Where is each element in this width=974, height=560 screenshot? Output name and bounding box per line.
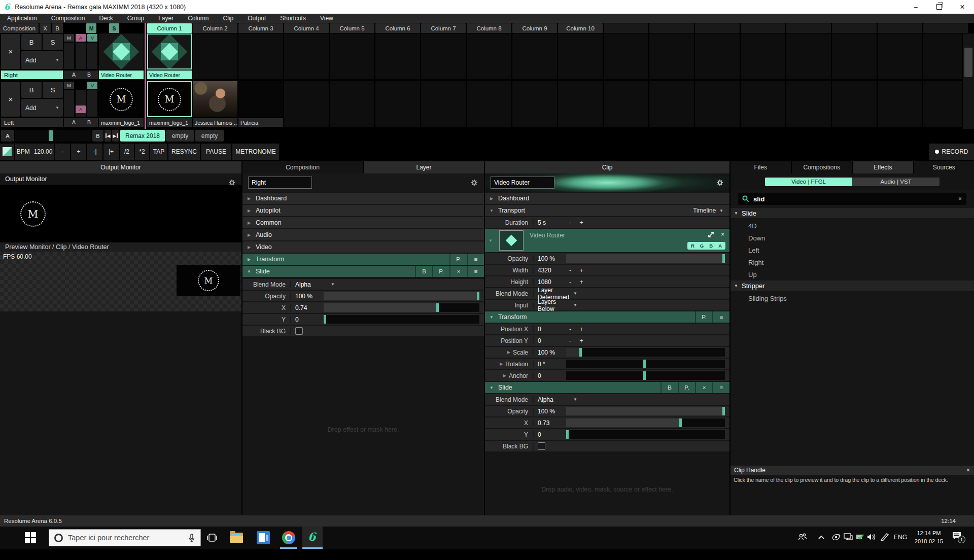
effect-item-right[interactable]: Right <box>730 256 974 268</box>
deck-tab-empty-1[interactable]: empty <box>166 130 194 142</box>
empty-clip-slot[interactable] <box>878 81 922 127</box>
param-slider[interactable] <box>324 303 479 312</box>
param-panel-button[interactable]: P. <box>678 382 695 393</box>
clip-thumbnail[interactable] <box>147 33 192 69</box>
menu-item-composition[interactable]: Composition <box>44 15 92 22</box>
empty-clip-slot[interactable] <box>238 33 283 79</box>
clip-cell-maximm-logo-1[interactable]: Mmaximm_logo_1 <box>147 81 192 127</box>
layer-bypass-button[interactable]: B <box>21 34 42 50</box>
effect-group-stripper[interactable]: ▼Stripper <box>730 281 974 291</box>
record-button[interactable]: RECORD <box>929 144 974 160</box>
menu-item-layer[interactable]: Layer <box>151 15 181 22</box>
chevron-right-icon[interactable]: ▶ <box>242 233 256 237</box>
layer-solo-button[interactable]: S <box>43 34 63 50</box>
empty-clip-slot[interactable] <box>375 81 420 127</box>
wireless-display-icon[interactable] <box>831 533 841 542</box>
tab-sources[interactable]: Sources <box>914 161 974 173</box>
rgba-channel-buttons[interactable]: RGBA <box>687 242 725 250</box>
param-value[interactable]: Alpha <box>534 396 566 403</box>
channel-g[interactable]: G <box>700 243 704 249</box>
composition-cell[interactable]: Composition <box>0 23 39 33</box>
slider-handle[interactable] <box>436 303 439 312</box>
chevron-down-icon[interactable]: ▼ <box>485 386 498 390</box>
chevron-right-icon[interactable]: ▶ <box>485 196 498 201</box>
menu-item-deck[interactable]: Deck <box>92 15 120 22</box>
remove-button[interactable]: × <box>449 266 467 277</box>
composition-x-button[interactable]: X <box>40 23 51 33</box>
column-header-3[interactable]: Column 3 <box>238 23 283 33</box>
chevron-down-icon[interactable]: ▼ <box>485 208 498 213</box>
chevron-up-icon[interactable] <box>818 535 825 540</box>
empty-clip-slot[interactable] <box>284 33 329 79</box>
layer-ab-cell[interactable]: AB <box>64 118 98 127</box>
empty-clip-slot[interactable] <box>741 81 785 127</box>
restore-button[interactable] <box>927 0 951 14</box>
deck-tab-empty-2[interactable]: empty <box>195 130 224 142</box>
chevron-down-icon[interactable]: ▼ <box>242 269 256 274</box>
clip-name-label[interactable]: Patricia <box>238 118 283 127</box>
param-slider[interactable] <box>566 360 725 368</box>
bpm-button-[interactable]: - <box>55 144 70 160</box>
checkbox[interactable] <box>538 442 545 450</box>
layer-m-toggle[interactable]: M <box>64 34 74 42</box>
clip-name-label[interactable]: Video Router <box>147 71 192 79</box>
param-value[interactable]: 0 ° <box>534 361 566 368</box>
column-header-5[interactable]: Column 5 <box>330 23 374 33</box>
section-dashboard[interactable]: ▶Dashboard <box>242 193 484 204</box>
composition-bypass-button[interactable]: B <box>52 23 63 33</box>
section-transform[interactable]: ▼TransformP.≡ <box>485 311 729 323</box>
menu-button[interactable]: ≡ <box>467 266 484 277</box>
gear-icon[interactable] <box>716 179 723 186</box>
param-panel-button[interactable]: P. <box>695 311 712 323</box>
tab-output-monitor[interactable]: Output Monitor <box>0 161 241 173</box>
section-slide[interactable]: ▼SlideBP.×≡ <box>242 266 484 277</box>
layer-v-toggle[interactable]: V <box>87 82 97 89</box>
empty-clip-slot[interactable] <box>467 33 511 79</box>
scrollbar-thumb[interactable] <box>964 48 972 77</box>
crossfader-handle[interactable] <box>49 130 53 141</box>
clip-name-label[interactable]: maximm_logo_1 <box>147 118 192 127</box>
slider-handle[interactable] <box>579 348 582 357</box>
layer-m-toggle[interactable]: M <box>64 82 74 89</box>
empty-clip-slot[interactable] <box>649 33 694 79</box>
expand-icon[interactable] <box>708 232 714 237</box>
tab-effects[interactable]: Effects <box>853 161 913 173</box>
menu-item-clip[interactable]: Clip <box>216 15 241 22</box>
section-common[interactable]: ▶Common <box>242 217 484 228</box>
chevron-right-icon[interactable]: ▶ <box>242 245 256 250</box>
increment-button[interactable]: + <box>579 325 583 333</box>
param-value[interactable]: 100 % <box>291 293 324 300</box>
empty-clip-slot[interactable] <box>878 33 922 79</box>
param-value[interactable]: 0.73 <box>534 419 566 427</box>
empty-clip-slot[interactable] <box>512 81 557 127</box>
clip-thumbnail[interactable]: M <box>147 81 192 117</box>
clip-cell-patricia[interactable]: Patricia <box>238 81 283 127</box>
crossfader-track[interactable] <box>15 130 91 142</box>
empty-clip-slot[interactable] <box>695 33 740 79</box>
param-value[interactable]: 0.74 <box>291 304 324 311</box>
crossfader-b-button[interactable]: B <box>92 130 103 142</box>
bpm-button-tap[interactable]: TAP <box>150 144 167 160</box>
chrome-icon[interactable] <box>282 531 296 545</box>
param-slider[interactable] <box>566 418 725 427</box>
slider-handle[interactable] <box>324 315 326 324</box>
master-m-toggle[interactable]: M <box>86 23 96 33</box>
layer-fader[interactable] <box>64 90 74 117</box>
tab-composition[interactable]: Composition <box>242 161 363 173</box>
close-button[interactable]: × <box>951 0 974 14</box>
param-slider[interactable] <box>566 407 725 415</box>
effect-video-router[interactable]: ▼Video Router×RGBA <box>485 229 729 252</box>
layer-close-button[interactable]: × <box>1 82 20 117</box>
remove-button[interactable]: × <box>695 382 712 393</box>
section-dashboard[interactable]: ▶Dashboard <box>485 193 729 204</box>
security-check-icon[interactable] <box>855 533 865 541</box>
clear-search-icon[interactable]: × <box>958 195 962 202</box>
empty-clip-slot[interactable] <box>786 81 831 127</box>
clip-cell-maximm-logo-1[interactable]: Mmaximm_logo_1 <box>99 81 144 127</box>
param-value[interactable]: 0 <box>534 326 566 333</box>
layer-name-right[interactable]: Right <box>1 71 63 79</box>
language-indicator[interactable]: ENG <box>894 534 907 541</box>
task-view-button[interactable] <box>205 531 219 545</box>
layer-fader[interactable] <box>64 43 74 69</box>
video-ffgl-toggle[interactable]: Video | FFGL <box>765 178 852 186</box>
